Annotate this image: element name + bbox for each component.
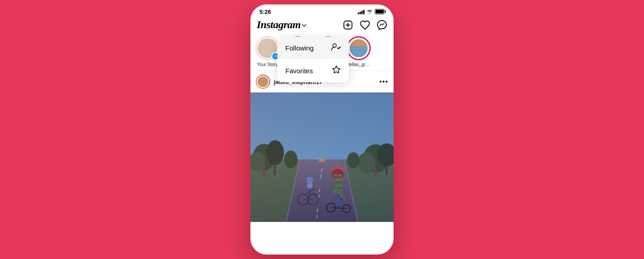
messenger-button[interactable] [377,20,387,30]
post-more-button[interactable]: ••• [379,78,388,86]
status-time: 5:26 [259,8,271,15]
svg-point-3 [333,44,336,47]
status-bar: 5:26 [250,4,394,17]
star-icon [332,65,341,76]
ig-logo-container[interactable]: Instagram [257,19,306,31]
chevron-down-icon [302,24,306,27]
stellas-avatar-wrapper [347,36,371,60]
post-avatar [256,75,270,89]
following-icon [331,43,341,53]
dropdown-following-label: Following [285,44,314,52]
notifications-button[interactable] [360,20,370,30]
svg-rect-54 [250,92,394,222]
new-post-button[interactable] [343,20,353,30]
post-scene-svg [250,92,394,222]
stellas-avatar [348,38,369,59]
phone-frame: 5:26 Instagram [250,4,394,255]
battery-icon [375,9,385,14]
story-stellas[interactable]: stellas_gr0... [346,36,371,67]
story-your-story[interactable]: + Your Story [255,36,280,67]
ig-header: Instagram [250,17,394,34]
dropdown-following[interactable]: Following [277,37,349,59]
post-container: jaded_elephant17 ••• [250,71,394,255]
status-icons [358,9,385,14]
dropdown-menu: Following Favorites [277,37,349,82]
dropdown-favorites-label: Favorites [285,67,313,75]
wifi-icon [366,9,373,14]
your-story-label: Your Story [257,62,278,67]
post-image [250,92,394,222]
ig-logo: Instagram [257,19,301,31]
stellas-story-label: stellas_gr0... [346,62,371,67]
dropdown-favorites[interactable]: Favorites [277,59,349,82]
your-story-avatar-wrapper: + [255,36,280,60]
signal-icon [358,9,364,14]
header-icons [343,20,387,30]
